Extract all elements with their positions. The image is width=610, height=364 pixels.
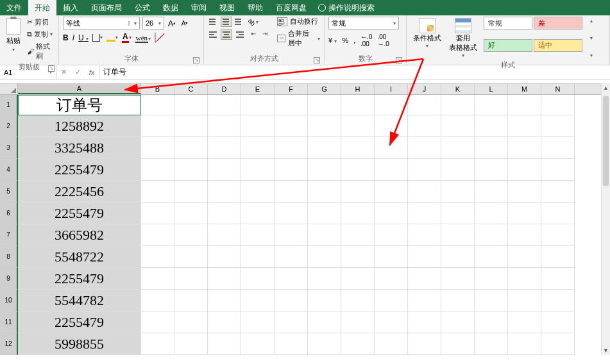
cell[interactable]	[141, 311, 174, 333]
cell[interactable]	[341, 290, 375, 311]
row-header[interactable]: 8	[0, 246, 18, 268]
cell[interactable]	[241, 159, 275, 181]
cell[interactable]	[441, 95, 475, 115]
cell[interactable]	[508, 181, 541, 203]
cell[interactable]: 2255479	[18, 311, 141, 333]
cell[interactable]	[541, 268, 575, 290]
grow-font-button[interactable]: A▴	[167, 17, 177, 29]
cell[interactable]	[275, 115, 308, 137]
orientation-button[interactable]: ab▾	[248, 17, 259, 27]
cell[interactable]	[375, 333, 408, 355]
align-center-button[interactable]	[221, 29, 232, 40]
cell[interactable]	[475, 203, 508, 224]
cell[interactable]	[441, 333, 475, 355]
col-header-F[interactable]: F	[275, 84, 308, 94]
font-name-combo[interactable]: 等线I▾	[63, 17, 140, 29]
cell[interactable]	[208, 137, 241, 159]
number-format-combo[interactable]: 常规▾	[328, 17, 399, 29]
vertical-scrollbar[interactable]: ▲ ▼	[601, 83, 610, 355]
cell[interactable]	[308, 115, 341, 137]
cancel-entry-button[interactable]: ✕	[56, 68, 71, 76]
cell[interactable]	[174, 137, 208, 159]
merge-center-button[interactable]: 合并后居中▾	[277, 29, 320, 48]
bold-button[interactable]: B	[63, 33, 69, 42]
cell[interactable]	[475, 137, 508, 159]
col-header-I[interactable]: I	[375, 84, 408, 94]
tab-insert[interactable]: 插入	[56, 0, 85, 15]
col-header-C[interactable]: C	[174, 84, 208, 94]
cell[interactable]	[308, 268, 341, 290]
cell[interactable]	[208, 224, 241, 246]
copy-button[interactable]: 复制▾	[26, 29, 55, 40]
cell[interactable]	[541, 290, 575, 311]
cell[interactable]	[375, 290, 408, 311]
cell[interactable]	[475, 224, 508, 246]
cell[interactable]	[408, 290, 441, 311]
cell[interactable]	[308, 137, 341, 159]
cell[interactable]	[408, 268, 441, 290]
cell[interactable]	[275, 224, 308, 246]
cell[interactable]	[275, 159, 308, 181]
cell[interactable]	[241, 203, 275, 224]
scroll-down-icon[interactable]: ▼	[602, 346, 610, 355]
increase-decimal-button[interactable]: ←.0.00	[360, 33, 372, 47]
row-header[interactable]: 5	[0, 181, 18, 203]
cell[interactable]	[541, 95, 575, 115]
col-header-E[interactable]: E	[241, 84, 275, 94]
cell[interactable]: 1258892	[18, 115, 141, 137]
tellme-search[interactable]: 操作说明搜索	[313, 0, 380, 15]
cell[interactable]	[241, 311, 275, 333]
cell[interactable]	[208, 159, 241, 181]
cell[interactable]	[308, 290, 341, 311]
underline-button[interactable]: U ▾	[78, 33, 89, 42]
currency-button[interactable]: ▾	[328, 37, 337, 44]
cell[interactable]	[508, 224, 541, 246]
cell[interactable]	[241, 246, 275, 268]
cell[interactable]	[308, 181, 341, 203]
cell[interactable]	[174, 333, 208, 355]
cell[interactable]	[541, 246, 575, 268]
cell[interactable]	[375, 311, 408, 333]
cell[interactable]	[541, 159, 575, 181]
tab-review[interactable]: 审阅	[185, 0, 213, 15]
row-header[interactable]: 1	[0, 95, 18, 115]
cell[interactable]	[208, 246, 241, 268]
cell[interactable]	[441, 290, 475, 311]
cell[interactable]	[408, 333, 441, 355]
cell[interactable]	[341, 159, 375, 181]
style-good[interactable]: 好	[484, 39, 532, 52]
col-header-B[interactable]: B	[141, 84, 174, 94]
cell[interactable]	[441, 159, 475, 181]
col-header-H[interactable]: H	[341, 84, 375, 94]
cell[interactable]	[208, 95, 241, 115]
cell[interactable]	[341, 115, 375, 137]
cell[interactable]	[508, 115, 541, 137]
cell[interactable]	[341, 224, 375, 246]
cell[interactable]	[308, 246, 341, 268]
cell[interactable]	[174, 95, 208, 115]
cell[interactable]	[308, 311, 341, 333]
cell[interactable]	[141, 246, 174, 268]
cell[interactable]	[241, 137, 275, 159]
fx-icon[interactable]: fx	[85, 69, 99, 76]
cell[interactable]	[174, 159, 208, 181]
cell[interactable]	[241, 181, 275, 203]
cell[interactable]	[241, 95, 275, 115]
wrap-text-button[interactable]: abc↵自动换行	[277, 17, 320, 26]
fill-color-button[interactable]: ▾	[106, 34, 118, 42]
cell[interactable]	[308, 224, 341, 246]
cell[interactable]	[174, 290, 208, 311]
cell[interactable]: 5548722	[18, 246, 141, 268]
cell[interactable]	[341, 181, 375, 203]
col-header-N[interactable]: N	[541, 84, 575, 94]
row-header[interactable]: 11	[0, 311, 18, 333]
cell[interactable]	[375, 115, 408, 137]
col-header-L[interactable]: L	[475, 84, 508, 94]
cell[interactable]	[174, 268, 208, 290]
col-header-G[interactable]: G	[308, 84, 341, 94]
cell[interactable]	[408, 181, 441, 203]
shrink-font-button[interactable]: A▾	[180, 17, 190, 29]
cell[interactable]	[208, 268, 241, 290]
dialog-launcher-icon[interactable]: ↘	[396, 57, 402, 63]
confirm-entry-button[interactable]: ✓	[71, 68, 85, 76]
